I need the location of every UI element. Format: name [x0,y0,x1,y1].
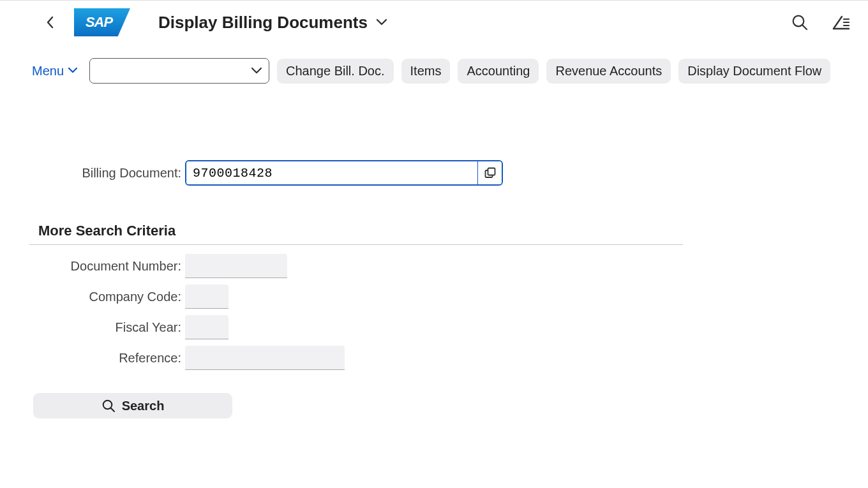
svg-line-8 [110,408,114,411]
svg-line-1 [803,26,807,30]
value-help-button[interactable] [477,161,502,184]
reference-input[interactable] [185,346,345,370]
company-code-input[interactable] [185,285,228,309]
chevron-down-icon [375,18,388,27]
revenue-accounts-button[interactable]: Revenue Accounts [546,59,671,84]
toolbar: Menu Change Bill. Doc. Items Accounting … [0,44,868,84]
reference-label: Reference: [0,351,185,366]
fiscal-year-label: Fiscal Year: [0,320,185,335]
form-area: Billing Document: More Search Criteria D… [0,84,868,418]
document-number-input[interactable] [185,254,287,278]
change-bill-doc-button[interactable]: Change Bill. Doc. [277,59,394,84]
search-icon [101,399,116,413]
page-title: Display Billing Documents [158,13,368,33]
command-dropdown[interactable] [89,58,269,84]
items-button[interactable]: Items [401,59,451,84]
value-help-icon [484,166,497,179]
chevron-left-icon [45,16,56,29]
svg-rect-6 [488,168,495,175]
back-button[interactable] [38,10,63,34]
search-icon [791,14,808,31]
chevron-down-icon [251,67,262,75]
exit-button[interactable] [832,14,850,31]
exit-icon [832,14,850,31]
billing-document-input-wrap [185,160,503,186]
sap-logo: SAP [74,8,130,36]
menu-label: Menu [32,64,64,78]
billing-document-input[interactable] [186,161,477,184]
search-button[interactable]: Search [33,393,232,418]
page-title-dropdown[interactable]: Display Billing Documents [158,13,388,33]
accounting-button[interactable]: Accounting [458,59,539,84]
section-divider [29,244,683,245]
app-header: SAP Display Billing Documents [0,1,868,44]
menu-button[interactable]: Menu [28,60,82,82]
chevron-down-icon [68,67,78,75]
display-document-flow-button[interactable]: Display Document Flow [678,59,830,84]
search-label: Search [122,399,165,413]
company-code-label: Company Code: [0,290,185,304]
document-number-label: Document Number: [0,259,185,274]
global-search-button[interactable] [791,14,808,31]
billing-document-label: Billing Document: [0,166,185,181]
fiscal-year-input[interactable] [185,315,228,339]
more-search-criteria-title: More Search Criteria [38,223,868,239]
